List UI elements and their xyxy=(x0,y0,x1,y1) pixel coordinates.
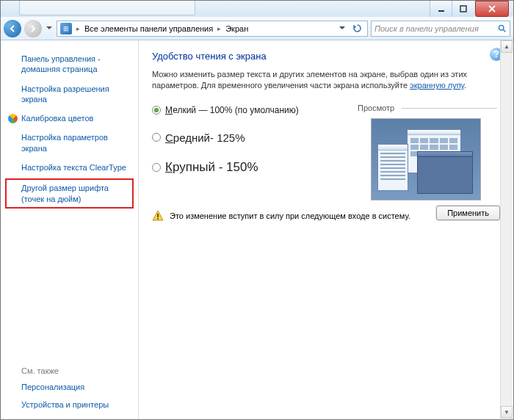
svg-point-2 xyxy=(499,25,504,30)
sidebar-footer-personalization[interactable]: Персонализация xyxy=(1,378,138,396)
search-icon xyxy=(497,23,507,33)
sidebar-link-home[interactable]: Панель управления - домашняя страница xyxy=(1,49,138,79)
vertical-scrollbar[interactable]: ▲ ▼ xyxy=(500,40,513,419)
svg-rect-3 xyxy=(157,214,159,217)
sidebar-link-cleartype[interactable]: Настройка текста ClearType xyxy=(1,158,138,177)
apply-button[interactable]: Применить xyxy=(436,206,500,220)
page-heading: Удобство чтения с экрана xyxy=(152,51,500,62)
sidebar-link-custom-dpi[interactable]: Другой размер шрифта (точек на дюйм) xyxy=(5,178,134,209)
see-also-heading: См. также xyxy=(1,363,138,378)
preview-separator xyxy=(402,108,497,109)
sidebar-footer-devices[interactable]: Устройства и принтеры xyxy=(1,396,138,413)
sidebar-link-display-settings[interactable]: Настройка параметров экрана xyxy=(1,128,138,158)
svg-rect-4 xyxy=(157,218,159,220)
minimize-button[interactable] xyxy=(430,1,452,17)
navigation-bar: ⊞ ▸ Все элементы панели управления ▸ Экр… xyxy=(1,17,513,40)
address-bar[interactable]: ⊞ ▸ Все элементы панели управления ▸ Экр… xyxy=(57,21,368,37)
breadcrumb-root[interactable]: Все элементы панели управления xyxy=(84,24,213,33)
svg-rect-1 xyxy=(460,6,466,12)
sidebar-link-resolution[interactable]: Настройка разрешения экрана xyxy=(1,79,138,109)
forward-button[interactable] xyxy=(24,20,42,37)
address-dropdown-button[interactable] xyxy=(335,21,350,36)
control-panel-window: ⊞ ▸ Все элементы панели управления ▸ Экр… xyxy=(0,0,514,420)
content-area: Панель управления - домашняя страница На… xyxy=(1,40,513,419)
radio-medium[interactable] xyxy=(152,133,161,142)
title-tab xyxy=(19,1,195,15)
warning-text: Это изменение вступит в силу при следующ… xyxy=(170,211,410,220)
option-large-label: Крупный - 150% xyxy=(165,160,258,175)
preview-label: Просмотр xyxy=(358,104,394,112)
breadcrumb-sep-icon: ▸ xyxy=(76,25,80,32)
desc-text-2: . xyxy=(464,81,466,90)
option-small-label: Мелкий — 100% (по умолчанию) xyxy=(165,105,299,115)
control-panel-icon: ⊞ xyxy=(60,23,72,35)
preview-group: Просмотр xyxy=(358,105,497,200)
scroll-down-button[interactable]: ▼ xyxy=(501,406,513,419)
search-placeholder: Поиск в панели управления xyxy=(374,24,479,33)
main-panel: ? Удобство чтения с экрана Можно изменит… xyxy=(139,40,513,419)
breadcrumb-sep-icon: ▸ xyxy=(217,25,221,32)
page-description: Можно изменить размер текста и других эл… xyxy=(152,69,500,92)
maximize-button[interactable] xyxy=(452,1,474,17)
option-medium-label: Средний- 125% xyxy=(165,131,245,144)
search-box[interactable]: Поиск в панели управления xyxy=(371,21,510,37)
warning-icon xyxy=(152,210,164,222)
sidebar-link-color-calibration[interactable]: Калибровка цветов xyxy=(1,109,138,128)
breadcrumb-current[interactable]: Экран xyxy=(225,24,248,33)
magnifier-link[interactable]: экранную лупу xyxy=(410,81,464,90)
close-button[interactable] xyxy=(475,1,509,17)
back-button[interactable] xyxy=(4,20,21,37)
radio-small[interactable] xyxy=(152,106,161,115)
radio-large[interactable] xyxy=(152,163,161,172)
size-options: Мелкий — 100% (по умолчанию) Средний- 12… xyxy=(152,105,500,175)
history-dropdown[interactable] xyxy=(45,26,54,30)
svg-rect-0 xyxy=(438,10,444,12)
sidebar: Панель управления - домашняя страница На… xyxy=(1,40,139,419)
preview-image xyxy=(371,118,481,200)
window-titlebar xyxy=(1,1,513,17)
refresh-button[interactable] xyxy=(350,21,364,36)
scroll-up-button[interactable]: ▲ xyxy=(501,40,513,53)
